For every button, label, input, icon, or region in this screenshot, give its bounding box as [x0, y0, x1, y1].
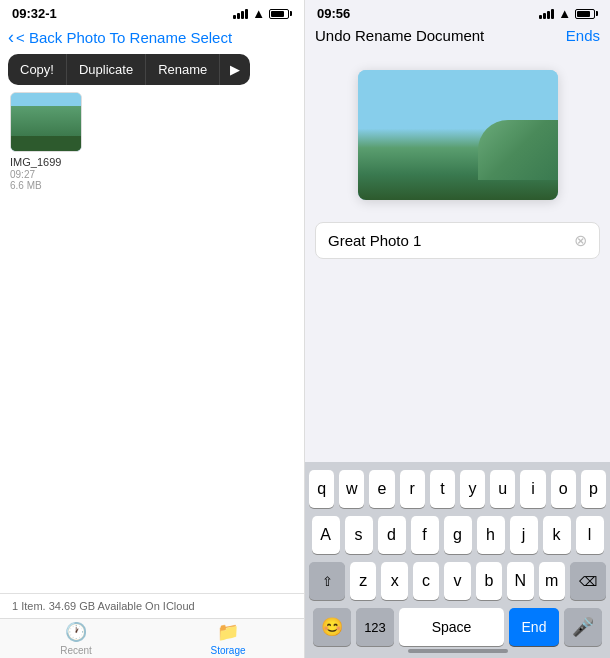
mic-key[interactable]: 🎤 [564, 608, 602, 646]
key-h[interactable]: h [477, 516, 505, 554]
battery-icon-left [269, 9, 292, 19]
delete-key[interactable]: ⌫ [570, 562, 606, 600]
key-e[interactable]: e [369, 470, 394, 508]
thumbnail-image [11, 93, 81, 151]
preview-img-content [358, 70, 558, 200]
key-c[interactable]: c [413, 562, 439, 600]
space-key[interactable]: Space [399, 608, 504, 646]
key-d[interactable]: d [378, 516, 406, 554]
signal-icon-left [233, 9, 248, 19]
tab-recent-label: Recent [60, 645, 92, 656]
status-icons-left: ▲ [233, 6, 292, 21]
file-item[interactable]: IMG_1699 09:27 6.6 MB [10, 92, 90, 191]
key-q[interactable]: q [309, 470, 334, 508]
signal-icon-right [539, 9, 554, 19]
tab-bar-left: 🕐 Recent 📁 Storage [0, 618, 304, 658]
home-bar [408, 649, 508, 653]
nav-ends-button[interactable]: Ends [566, 27, 600, 44]
back-chevron-icon: ‹ [8, 27, 14, 48]
keyboard-row-3: ⇧ z x c v b N m ⌫ [309, 562, 606, 600]
key-z[interactable]: z [350, 562, 376, 600]
key-x[interactable]: x [381, 562, 407, 600]
time-right: 09:56 [317, 6, 350, 21]
right-panel: 09:56 ▲ Undo Rename Document Ends [305, 0, 610, 658]
keyboard-row-1: q w e r t y u i o p [309, 470, 606, 508]
key-j[interactable]: j [510, 516, 538, 554]
context-menu-more[interactable]: ▶ [220, 54, 250, 85]
rename-input-container: ⊗ [315, 222, 600, 259]
key-o[interactable]: o [551, 470, 576, 508]
key-w[interactable]: w [339, 470, 364, 508]
keyboard-area: q w e r t y u i o p A s d f g h j k l ⇧ … [305, 462, 610, 658]
wifi-icon-right: ▲ [558, 6, 571, 21]
keyboard-row-2: A s d f g h j k l [309, 516, 606, 554]
context-menu-rename[interactable]: Rename [146, 54, 220, 85]
context-menu: Copy! Duplicate Rename ▶ [8, 54, 250, 85]
tab-storage[interactable]: 📁 Storage [152, 619, 304, 658]
home-indicator [309, 650, 606, 654]
key-N[interactable]: N [507, 562, 533, 600]
time-left: 09:32-1 [12, 6, 57, 21]
key-y[interactable]: y [460, 470, 485, 508]
key-t[interactable]: t [430, 470, 455, 508]
file-size: 6.6 MB [10, 180, 42, 191]
wifi-icon-left: ▲ [252, 6, 265, 21]
return-label: End [522, 619, 547, 635]
keyboard-bottom-row: 😊 123 Space End 🎤 [309, 608, 606, 646]
file-date: 09:27 [10, 169, 35, 180]
nav-title-right: Undo Rename Document [315, 27, 484, 44]
clear-button[interactable]: ⊗ [568, 231, 587, 250]
file-name: IMG_1699 [10, 156, 61, 168]
file-thumbnail [10, 92, 82, 152]
key-r[interactable]: r [400, 470, 425, 508]
nav-bar-left[interactable]: ‹ < Back Photo To Rename Select [0, 25, 304, 52]
context-menu-duplicate[interactable]: Duplicate [67, 54, 146, 85]
key-v[interactable]: v [444, 562, 470, 600]
return-key[interactable]: End [509, 608, 559, 646]
battery-icon-right [575, 9, 598, 19]
storage-icon: 📁 [217, 621, 239, 643]
space-label: Space [432, 619, 472, 635]
status-bar-right: 09:56 ▲ [305, 0, 610, 25]
nav-title-left: < Back Photo To Rename Select [16, 29, 232, 46]
key-A[interactable]: A [312, 516, 340, 554]
key-u[interactable]: u [490, 470, 515, 508]
key-k[interactable]: k [543, 516, 571, 554]
key-s[interactable]: s [345, 516, 373, 554]
tab-storage-label: Storage [210, 645, 245, 656]
key-i[interactable]: i [520, 470, 545, 508]
key-g[interactable]: g [444, 516, 472, 554]
context-menu-copy[interactable]: Copy! [8, 54, 67, 85]
tab-recent[interactable]: 🕐 Recent [0, 619, 152, 658]
left-panel: 09:32-1 ▲ ‹ < Back Photo To Rename Selec… [0, 0, 305, 658]
key-l[interactable]: l [576, 516, 604, 554]
key-m[interactable]: m [539, 562, 565, 600]
key-p[interactable]: p [581, 470, 606, 508]
num-key[interactable]: 123 [356, 608, 394, 646]
status-bar-left: 09:32-1 ▲ [0, 0, 304, 25]
bottom-bar-left: 1 Item. 34.69 GB Available On ICloud [0, 593, 304, 618]
key-b[interactable]: b [476, 562, 502, 600]
shift-key[interactable]: ⇧ [309, 562, 345, 600]
status-icons-right: ▲ [539, 6, 598, 21]
file-grid: IMG_1699 09:27 6.6 MB [0, 84, 304, 199]
emoji-key[interactable]: 😊 [313, 608, 351, 646]
preview-area [305, 50, 610, 210]
nav-bar-right: Undo Rename Document Ends [305, 25, 610, 50]
recent-icon: 🕐 [65, 621, 87, 643]
preview-image [358, 70, 558, 200]
key-f[interactable]: f [411, 516, 439, 554]
storage-info: 1 Item. 34.69 GB Available On ICloud [12, 600, 195, 612]
rename-input[interactable] [328, 232, 568, 249]
